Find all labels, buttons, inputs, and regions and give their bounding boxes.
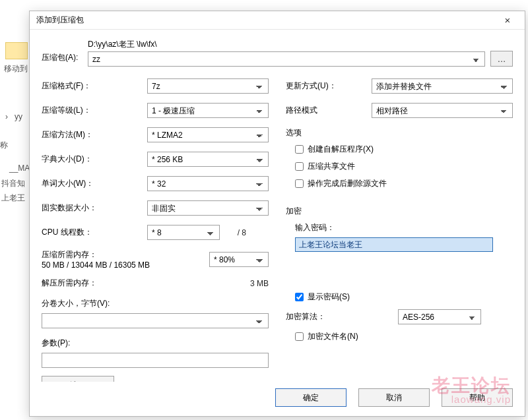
background-move-label: 移动到 — [4, 63, 28, 75]
mem-comp-pct-select[interactable]: * 80% — [209, 252, 269, 267]
volume-label: 分卷大小，字节(V): — [42, 298, 269, 309]
dialog-button-row: 确定 取消 帮助 — [30, 382, 525, 416]
background-col-header: 称 — [0, 140, 8, 151]
format-label: 压缩格式(F)： — [42, 80, 147, 92]
password-label: 输入密码： — [295, 222, 513, 233]
level-label: 压缩等级(L)： — [42, 105, 147, 116]
browse-button[interactable]: … — [490, 51, 513, 67]
opt-delete-row[interactable]: 操作完成后删除源文件 — [295, 178, 513, 189]
archive-label: 压缩包(A): — [42, 39, 82, 63]
enc-method-select[interactable]: AES-256 — [398, 309, 481, 324]
enc-names-row[interactable]: 加密文件名(N) — [295, 331, 513, 342]
show-password-label: 显示密码(S) — [308, 291, 350, 303]
update-select[interactable]: 添加并替换文件 — [372, 78, 513, 94]
volume-combo[interactable] — [42, 313, 269, 328]
browse-label: … — [498, 54, 506, 64]
close-button[interactable]: × — [494, 12, 521, 29]
params-input[interactable] — [42, 353, 269, 368]
background-row: __MA — [9, 164, 30, 173]
ok-button[interactable]: 确定 — [275, 388, 346, 407]
mem-comp-value: 50 MB / 13044 MB / 16305 MB — [42, 260, 209, 270]
format-select[interactable]: 7z — [147, 78, 269, 94]
titlebar: 添加到压缩包 × — [30, 11, 525, 30]
enc-method-label: 加密算法： — [286, 311, 398, 322]
opt-sfx-row[interactable]: 创建自解压程序(X) — [295, 144, 513, 155]
opt-shared-label: 压缩共享文件 — [308, 161, 355, 172]
method-select[interactable]: * LZMA2 — [147, 127, 269, 142]
mem-comp-label: 压缩所需内存： — [42, 249, 209, 260]
archive-path: D:\yy\az\老王 \lw\fx\ — [88, 39, 485, 50]
mem-decomp-value: 3 MB — [147, 279, 269, 288]
add-to-archive-dialog: 添加到压缩包 × 压缩包(A): D:\yy\az\老王 \lw\fx\ zz … — [29, 11, 525, 417]
options-header: 选项 — [286, 127, 513, 138]
password-input[interactable] — [295, 237, 493, 252]
opt-delete-checkbox[interactable] — [295, 179, 304, 188]
solid-select[interactable]: 非固实 — [147, 200, 269, 216]
show-password-checkbox[interactable] — [295, 293, 304, 301]
threads-label: CPU 线程数： — [42, 227, 147, 238]
opt-shared-row[interactable]: 压缩共享文件 — [295, 161, 513, 172]
word-select[interactable]: * 32 — [147, 176, 269, 191]
opt-sfx-label: 创建自解压程序(X) — [308, 144, 374, 155]
mem-decomp-label: 解压所需内存： — [42, 278, 147, 289]
background-breadcrumb-arrow: › — [5, 112, 8, 121]
solid-label: 固实数据大小： — [42, 202, 147, 214]
level-select[interactable]: 1 - 极速压缩 — [147, 103, 269, 118]
cancel-button[interactable]: 取消 — [358, 388, 430, 407]
params-label: 参数(P): — [42, 338, 269, 349]
opt-shared-checkbox[interactable] — [295, 162, 304, 171]
help-button[interactable]: 帮助 — [442, 388, 513, 407]
left-column: 压缩格式(F)： 7z 压缩等级(L)： 1 - 极速压缩 — [42, 78, 269, 382]
opt-sfx-checkbox[interactable] — [295, 145, 304, 154]
background-row: 抖音知 — [1, 178, 25, 189]
dict-select[interactable]: * 256 KB — [147, 152, 269, 167]
dict-label: 字典大小(D)： — [42, 154, 147, 165]
ok-button-label: 确定 — [303, 392, 319, 404]
close-icon: × — [505, 15, 511, 26]
show-password-row[interactable]: 显示密码(S) — [295, 291, 513, 303]
right-column: 更新方式(U)： 添加并替换文件 路径模式 相对路径 选项 — [286, 78, 513, 382]
method-label: 压缩方法(M)： — [42, 129, 147, 140]
background-folder-icon — [5, 42, 28, 59]
enc-names-checkbox[interactable] — [295, 332, 304, 341]
threads-select[interactable]: * 8 — [147, 225, 220, 240]
encryption-header: 加密 — [286, 206, 513, 217]
update-label: 更新方式(U)： — [286, 80, 372, 92]
background-row: 上老王 — [1, 193, 25, 204]
opt-delete-label: 操作完成后删除源文件 — [308, 178, 387, 189]
enc-names-label: 加密文件名(N) — [308, 331, 358, 342]
help-button-label: 帮助 — [469, 392, 485, 404]
pathmode-label: 路径模式 — [286, 105, 372, 116]
word-label: 单词大小(W)： — [42, 178, 147, 189]
background-breadcrumb: yy — [15, 112, 22, 121]
pathmode-select[interactable]: 相对路径 — [372, 103, 513, 118]
cancel-button-label: 取消 — [386, 392, 402, 404]
archive-name-combo[interactable]: zz — [88, 51, 485, 67]
threads-total: / 8 — [220, 228, 246, 237]
dialog-title: 添加到压缩包 — [36, 15, 494, 26]
options-button[interactable]: 选项 — [42, 376, 114, 382]
